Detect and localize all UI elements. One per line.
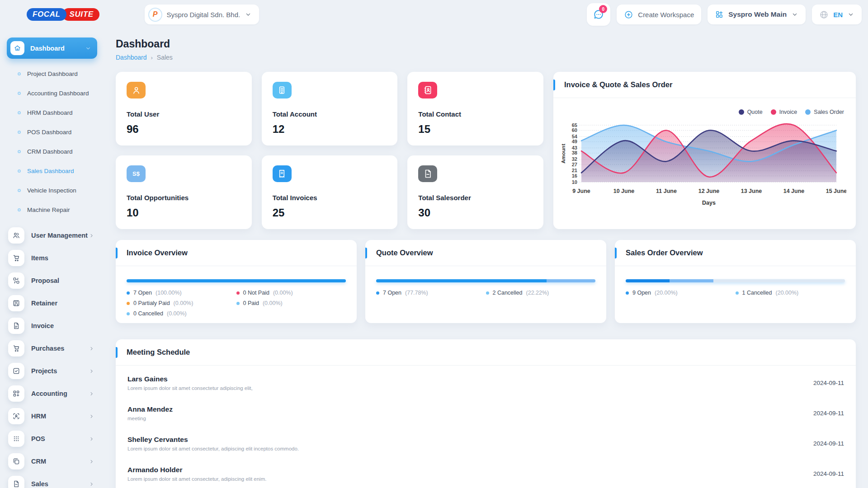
legend-item-7-open: 7 Open (100.00%)	[127, 290, 236, 296]
file-sales-icon	[8, 476, 24, 488]
legend-item-quote[interactable]: Quote	[739, 109, 763, 115]
sidebar-item-hrm[interactable]: HRM	[7, 405, 97, 427]
breadcrumb-link-dashboard[interactable]: Dashboard	[116, 54, 147, 61]
sidebar-item-items[interactable]: Items	[7, 247, 97, 269]
meeting-info: Armando Holder Lorem ipsum dolor sit ame…	[127, 466, 266, 482]
brand-logo[interactable]: FOCAL SUITE	[27, 8, 99, 21]
company-selector[interactable]: P Syspro Digital Sdn. Bhd.	[145, 5, 259, 24]
legend-column: 7 Open (77.78%)	[376, 290, 486, 296]
meeting-list: Lars Gaines Lorem ipsum dolor sit amet c…	[116, 366, 856, 488]
legend-text: 0 Cancelled	[133, 310, 163, 317]
stat-card-total-salesorder[interactable]: Total Salesorder 30	[407, 155, 543, 229]
sidebar-item-label: User Management	[31, 232, 88, 239]
meeting-row-anna-mendez[interactable]: Anna Mendez meeting 2024-09-11	[127, 399, 844, 429]
stat-card-total-user[interactable]: Total User 96	[116, 72, 252, 145]
legend-column: 2 Cancelled (22.22%)	[486, 290, 596, 296]
sidebar-item-purchases[interactable]: Purchases	[7, 337, 97, 360]
company-logo-icon: P	[148, 8, 162, 22]
stat-value: 30	[418, 206, 533, 219]
svg-text:65: 65	[572, 122, 577, 128]
chevron-right-icon	[89, 368, 94, 374]
overview-title: Sales Order Overview	[626, 249, 703, 257]
stat-card-total-contact[interactable]: Total Contact 15	[407, 72, 543, 145]
overview-legend: 7 Open (77.78%) 2 Cancelled (22.22%)	[376, 290, 595, 296]
svg-text:9 June: 9 June	[572, 188, 590, 194]
workspace-name: Syspro Web Main	[728, 10, 787, 19]
svg-text:54: 54	[572, 134, 578, 139]
legend-item-0-paid: 0 Paid (0.00%)	[236, 300, 346, 306]
legend-text: 2 Cancelled	[493, 290, 523, 296]
sidebar-item-label: POS	[31, 435, 45, 442]
sidebar-item-projects[interactable]: Projects	[7, 360, 97, 382]
meeting-row-shelley-cervantes[interactable]: Shelley Cervantes Lorem ipsum dolor sit …	[127, 429, 844, 459]
stat-label: Total Invoices	[273, 194, 387, 202]
svg-text:38: 38	[572, 150, 577, 155]
chevron-down-icon	[847, 11, 854, 18]
sidebar-item-pos[interactable]: POS	[7, 427, 97, 450]
sidebar-subitem-project-dashboard[interactable]: Project Dashboard	[7, 64, 97, 84]
sidebar-subitem-label: Accounting Dashboard	[27, 90, 89, 97]
legend-label: Invoice	[779, 109, 797, 115]
sidebar-item-label: HRM	[31, 413, 46, 420]
stat-card-total-account[interactable]: Total Account 12	[262, 72, 398, 145]
sidebar-subitem-vehicle-inspection[interactable]: Vehicle Inspection	[7, 181, 97, 200]
sidebar-item-proposal[interactable]: Proposal	[7, 269, 97, 292]
legend-item-0-partialy-paid: 0 Partialy Paid (0.00%)	[127, 300, 236, 306]
legend-text: 9 Open	[632, 290, 651, 296]
stat-card-total-opportunities[interactable]: S$ Total Opportunities 10	[116, 155, 252, 229]
legend-item-9-open: 9 Open (20.00%)	[626, 290, 736, 296]
sidebar-item-label: Purchases	[31, 345, 64, 352]
building-icon	[277, 85, 287, 95]
legend-percent: (0.00%)	[263, 300, 283, 306]
meeting-row-armando-holder[interactable]: Armando Holder Lorem ipsum dolor sit ame…	[127, 459, 844, 488]
sidebar-subitem-sales-dashboard[interactable]: Sales Dashboard	[7, 161, 97, 181]
legend-item-invoice[interactable]: Invoice	[771, 109, 797, 115]
sidebar-item-dashboard[interactable]: Dashboard	[7, 38, 97, 59]
svg-text:10 June: 10 June	[613, 188, 635, 194]
meeting-info: Anna Mendez meeting	[127, 405, 173, 421]
legend-text: 0 Partialy Paid	[133, 300, 170, 306]
sidebar-item-sales[interactable]: Sales	[7, 473, 97, 488]
stat-value: 10	[127, 206, 241, 219]
stats-grid: Total User 96 Total Account 12 Total Con…	[116, 72, 543, 229]
sidebar-subitem-machine-repair[interactable]: Machine Repair	[7, 200, 97, 220]
legend-text: 7 Open	[383, 290, 401, 296]
sidebar-subitem-accounting-dashboard[interactable]: Accounting Dashboard	[7, 84, 97, 103]
stat-card-total-invoices[interactable]: Total Invoices 25	[262, 155, 398, 229]
legend-item-1-cancelled: 1 Cancelled (20.00%)	[736, 290, 845, 296]
chevron-right-icon	[89, 459, 94, 465]
legend-percent: (0.00%)	[167, 310, 187, 317]
messages-button[interactable]: 0	[587, 3, 610, 26]
meeting-name: Anna Mendez	[127, 405, 173, 413]
sidebar-subitem-hrm-dashboard[interactable]: HRM Dashboard	[7, 103, 97, 122]
sidebar-item-invoice[interactable]: Invoice	[7, 314, 97, 337]
language-selector[interactable]: EN	[812, 5, 862, 24]
meeting-date: 2024-09-11	[813, 470, 844, 477]
floppy-icon	[8, 295, 24, 311]
sidebar-item-user-management[interactable]: User Management	[7, 224, 97, 247]
meeting-schedule-title: Meeting Schedule	[127, 348, 190, 357]
legend-item-sales-order[interactable]: Sales Order	[805, 109, 844, 115]
meeting-row-lars-gaines[interactable]: Lars Gaines Lorem ipsum dolor sit amet c…	[127, 368, 844, 399]
sidebar-item-retainer[interactable]: Retainer	[7, 292, 97, 314]
money-icon: S$	[132, 170, 140, 177]
progress-segment	[547, 279, 595, 282]
meeting-name: Armando Holder	[127, 466, 266, 474]
sidebar-subitem-pos-dashboard[interactable]: POS Dashboard	[7, 122, 97, 142]
sidebar-subitem-label: POS Dashboard	[27, 129, 71, 136]
meeting-description: Lorem ipsum dolor sit amet consectetur a…	[127, 385, 253, 391]
chart-legend: Quote Invoice Sales Order	[553, 109, 856, 115]
legend-text: 0 Not Paid	[243, 290, 269, 296]
create-workspace-button[interactable]: Create Workspace	[617, 5, 701, 24]
legend-dot-icon	[127, 291, 130, 295]
sidebar-item-crm[interactable]: CRM	[7, 450, 97, 473]
sidebar-item-accounting[interactable]: Accounting	[7, 382, 97, 405]
stat-value: 15	[418, 123, 533, 136]
sidebar-subitem-crm-dashboard[interactable]: CRM Dashboard	[7, 142, 97, 161]
meeting-description: meeting	[127, 416, 173, 421]
workspace-selector[interactable]: Syspro Web Main	[708, 5, 806, 24]
legend-dot-icon	[739, 109, 744, 115]
app-root: FOCAL SUITE P Syspro Digital Sdn. Bhd. 0…	[0, 0, 868, 488]
overview-title: Quote Overview	[376, 249, 433, 257]
progress-segment	[713, 279, 845, 282]
